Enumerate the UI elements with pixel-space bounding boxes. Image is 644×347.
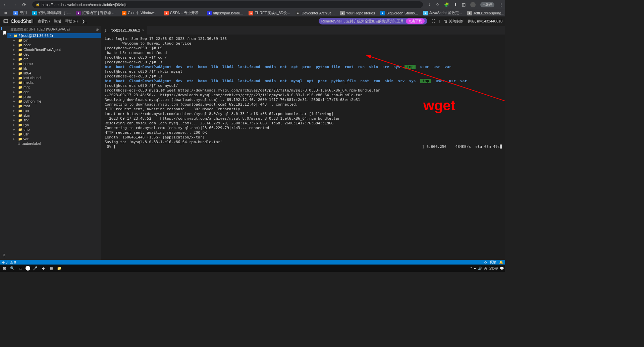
terminal[interactable]: Last login: Sun Sep 17 22:36:02 2023 fro… — [101, 35, 505, 260]
tray-chevron-icon[interactable]: ^ — [470, 267, 472, 270]
terminal-prompt-icon[interactable]: ❯_ — [82, 19, 87, 23]
tree-folder[interactable]: ▸📁lost+found — [7, 75, 101, 80]
start-button[interactable]: ⊞ — [1, 265, 7, 271]
folder-icon: 📁 — [18, 123, 22, 127]
promo-text: RemoteShell，支持升级为全量IDE的资源访问工具 — [321, 19, 404, 24]
tree-folder[interactable]: ▸📁bin — [7, 38, 101, 43]
extensions-icon[interactable]: 🧩 — [444, 2, 449, 7]
tab-terminal[interactable]: ❯_ root@121.36.66.2 × — [101, 26, 147, 35]
folder-icon: 📁 — [18, 62, 22, 66]
tree-folder[interactable]: ▸📁boot — [7, 43, 101, 47]
mic-icon[interactable]: 🎤 — [32, 265, 38, 271]
refresh-icon[interactable]: ⟳ — [96, 28, 99, 32]
explorer-tab[interactable]: 资源管理器 — [1, 27, 6, 30]
tree-folder[interactable]: ▸📁srv — [7, 118, 101, 122]
bookmark-item[interactable]: ●THREE实战4_3D纹... — [247, 10, 291, 15]
close-icon[interactable]: × — [142, 28, 144, 32]
tree-item-label: CloudrResetPwdAgent — [23, 48, 61, 52]
bookmark-item[interactable]: ●资讯-哔哩哔哩（`-... — [31, 10, 72, 15]
tree-item-label: etc — [23, 57, 29, 61]
apps-button[interactable]: ⊞ — [2, 11, 9, 15]
bell-icon[interactable]: 🔔 — [499, 261, 503, 264]
tree-item-label: python_file — [23, 99, 41, 103]
bookmark-item[interactable]: ●汇编语言 | 寄存器 -... — [75, 10, 118, 15]
bookmark-item[interactable]: ●JeffLi1993/spring... — [466, 11, 505, 15]
bookmark-item[interactable]: ●JavaScript 函数定... — [422, 10, 463, 15]
tree-folder[interactable]: ▸📁lib — [7, 66, 101, 71]
folder-icon: 📁 — [18, 53, 22, 56]
folder-icon: 📁 — [18, 95, 22, 99]
tree-folder[interactable]: ▸📁tmp — [7, 127, 101, 132]
tree-folder[interactable]: ▸📁CloudrResetPwdAgent — [7, 47, 101, 52]
app-icon-1[interactable]: ◆ — [40, 265, 46, 271]
tray-ime[interactable]: 英 — [484, 266, 487, 271]
bookmark-item[interactable]: ●CSDN - 专业开发... — [163, 10, 203, 15]
chrome-taskbar-icon[interactable] — [25, 266, 30, 271]
share-icon[interactable]: ⇪ — [428, 2, 431, 7]
tray-volume-icon[interactable]: 🔊 — [478, 267, 482, 270]
menu-view[interactable]: 查看(V) — [38, 19, 50, 24]
favicon: ● — [249, 11, 253, 15]
tree-folder[interactable]: ▸📁python_file — [7, 99, 101, 104]
sync-icon[interactable]: ⟳ — [484, 261, 487, 264]
promo-download-button[interactable]: 点击下载 — [406, 18, 425, 24]
tree-folder[interactable]: ▸📁usr — [7, 132, 101, 136]
browser-toolbar: ← → ⟳ 🔒 https://shell.huaweicloud.com/re… — [0, 0, 505, 9]
tree-folder[interactable]: ▸📁etc — [7, 57, 101, 61]
app-icon-2[interactable]: ▦ — [48, 265, 54, 271]
tree-folder[interactable]: ▸📁media — [7, 80, 101, 85]
menu-dots-icon[interactable]: ⋮ — [499, 2, 503, 7]
menu-help[interactable]: 帮助(H) — [65, 19, 77, 24]
tree-file[interactable]: ⚙.autorelabel — [7, 141, 101, 146]
bookmark-item[interactable]: ●https://pan.baidu... — [206, 11, 245, 15]
back-button[interactable]: ← — [2, 2, 9, 7]
forward-button[interactable]: → — [11, 2, 18, 7]
task-view-button[interactable]: ▭ — [17, 265, 23, 271]
tree-item-label: .autorelabel — [22, 141, 41, 146]
tree-folder[interactable]: ▸📁sys — [7, 122, 101, 127]
tree-item-label: srv — [23, 118, 29, 122]
close-instance-button[interactable]: 🗑 关闭实例 — [444, 19, 464, 24]
bookmark-item[interactable]: ●Your Repositories — [339, 11, 376, 15]
tree-folder[interactable]: ▸📁proc — [7, 94, 101, 99]
tree-folder[interactable]: ▸📁home — [7, 61, 101, 66]
favicon: ● — [76, 11, 81, 15]
download-icon[interactable]: ⬇ — [454, 2, 457, 7]
tree-folder[interactable]: ▸📁lib64 — [7, 71, 101, 75]
fullscreen-icon[interactable]: ⛶ — [431, 19, 435, 23]
bookmark-label: https://pan.baidu... — [213, 11, 244, 15]
tree-root[interactable]: ▼📁/ (root@121.36.66.2) — [7, 33, 101, 38]
file-explorer-taskbar-icon[interactable]: 📁 — [56, 265, 62, 271]
tree-folder[interactable]: ▸📁dev — [7, 52, 101, 57]
url-bar[interactable]: 🔒 https://shell.huaweicloud.com/remote/l… — [32, 1, 423, 8]
bookmark-star-icon[interactable]: ☆ — [436, 2, 439, 7]
bookmark-label: Devcenter Archive... — [302, 11, 334, 15]
tree-folder[interactable]: ▸📁opt — [7, 90, 101, 94]
tree-folder[interactable]: ▸📁var — [7, 136, 101, 141]
folder-icon: 📁 — [18, 109, 22, 113]
tree-folder[interactable]: ▸📁run — [7, 108, 101, 113]
tree-folder[interactable]: ▸📁root — [7, 104, 101, 108]
copy-icon[interactable]: ⎘ — [3, 253, 5, 258]
bookmark-item[interactable]: ●Devcenter Archive... — [294, 11, 336, 15]
url-text: https://shell.huaweicloud.com/remote/ltc… — [42, 3, 127, 7]
feedback-button[interactable]: 反馈 — [490, 260, 496, 265]
bookmark-item[interactable]: ●BigScreen Studio... — [379, 11, 419, 15]
side-panel-icon[interactable]: ◫ — [462, 2, 466, 7]
tree-folder[interactable]: ▸📁mnt — [7, 85, 101, 90]
tree-folder[interactable]: ▸📁sbin — [7, 113, 101, 118]
reload-button[interactable]: ⟳ — [21, 2, 28, 7]
bookmark-label: CSDN - 专业开发... — [170, 10, 202, 15]
bookmark-item[interactable]: ●C++ 中 Windows... — [120, 10, 160, 15]
folder-icon: 📁 — [18, 43, 22, 47]
notification-icon[interactable]: 💬 — [500, 267, 504, 270]
status-warnings[interactable]: ⚠ 0 — [10, 261, 16, 264]
tray-icon-1[interactable]: ● — [474, 267, 476, 270]
profile-icon[interactable] — [470, 2, 476, 7]
favicon: ● — [340, 11, 345, 15]
status-errors[interactable]: ⊘ 0 — [2, 261, 7, 264]
bookmark-label: 资讯-哔哩哔哩（`-... — [38, 10, 71, 15]
menu-terminal[interactable]: 终端 — [54, 19, 61, 24]
bookmark-item[interactable]: ●应用 — [12, 10, 28, 15]
search-button[interactable]: 🔍 — [9, 265, 15, 271]
